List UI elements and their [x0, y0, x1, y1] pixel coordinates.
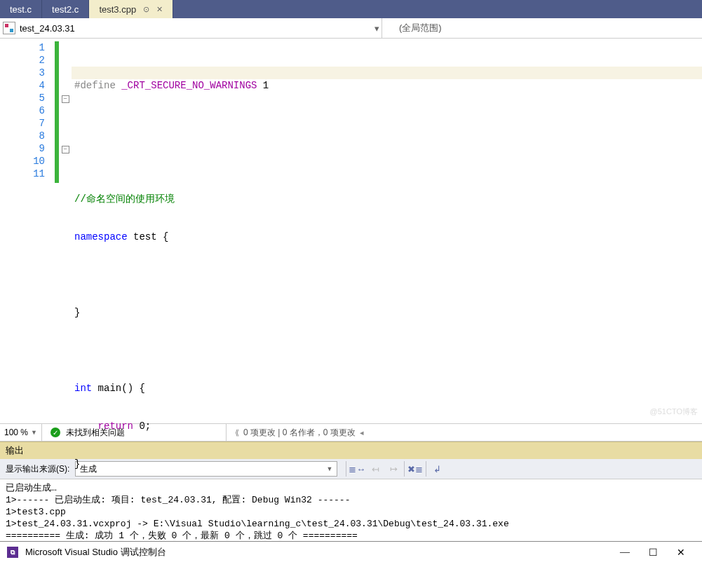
zoom-value: 100 % [4, 428, 28, 437]
close-button[interactable]: ✕ [667, 547, 695, 559]
tab-bar: test.c test2.c test3.cpp ⊙ ✕ [0, 0, 702, 18]
check-icon: ✓ [50, 428, 60, 437]
navigation-bar: test_24.03.31 ▾ (全局范围) [0, 18, 702, 39]
output-source-label: 显示输出来源(S): [6, 463, 69, 475]
zoom-selector[interactable]: 100 % ▼ [0, 424, 42, 441]
chevron-down-icon: ▼ [31, 429, 37, 436]
chevron-down-icon: ▾ [372, 23, 382, 34]
minimize-button[interactable]: — [611, 547, 639, 558]
fold-gutter: − − [59, 39, 72, 423]
output-title: 输出 [6, 444, 24, 457]
maximize-button[interactable]: ☐ [639, 547, 667, 559]
close-icon[interactable]: ✕ [156, 5, 163, 14]
code-editor[interactable]: 123 456 789 1011 − − #define _CRT_SECURE… [0, 39, 702, 423]
watermark: @51CTO博客 [650, 406, 698, 417]
vs-icon: ⧉ [7, 547, 18, 558]
fold-toggle[interactable]: − [62, 95, 69, 103]
scope-selector-project[interactable]: test_24.03.31 ▾ [0, 18, 382, 38]
line-number-gutter: 123 456 789 1011 [0, 39, 55, 423]
current-line-highlight [72, 67, 702, 79]
scope-project-label: test_24.03.31 [20, 23, 372, 34]
fold-toggle[interactable]: − [62, 146, 69, 153]
scope-selector-scope[interactable]: (全局范围) [382, 18, 442, 38]
code-area[interactable]: #define _CRT_SECURE_NO_WARNINGS 1 //命名空间… [72, 39, 702, 423]
console-window-titlebar: ⧉ Microsoft Visual Studio 调试控制台 — ☐ ✕ [0, 541, 702, 563]
tab-test-c[interactable]: test.c [0, 0, 42, 18]
scope-label: (全局范围) [399, 22, 442, 34]
tab-test2-c[interactable]: test2.c [42, 0, 89, 18]
console-title: Microsoft Visual Studio 调试控制台 [25, 546, 611, 559]
project-icon [3, 22, 15, 34]
tab-test3-cpp[interactable]: test3.cpp ⊙ ✕ [89, 0, 173, 18]
pin-icon[interactable]: ⊙ [143, 5, 149, 14]
